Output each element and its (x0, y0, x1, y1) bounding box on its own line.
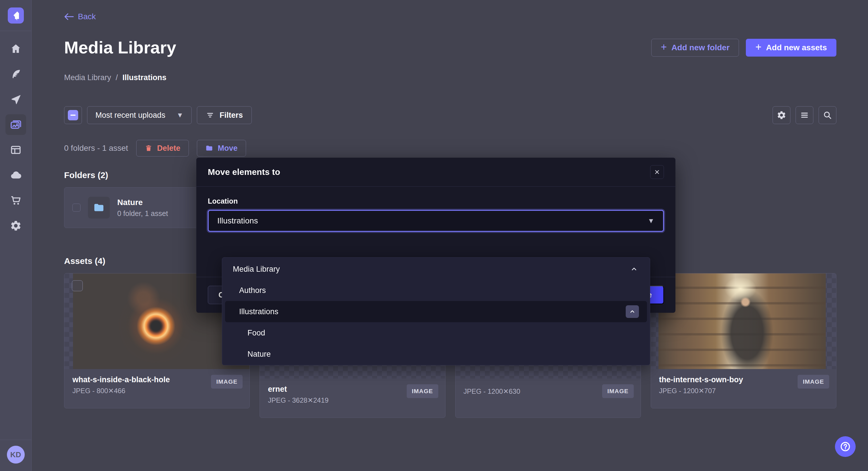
collapse-children-button[interactable] (626, 305, 639, 318)
option-illustrations[interactable]: Illustrations (225, 301, 647, 322)
modal-title: Move elements to (208, 167, 280, 177)
option-authors[interactable]: Authors (222, 280, 650, 301)
modal-body: Location Illustrations ▼ (196, 187, 676, 232)
modal-header: Move elements to (196, 158, 676, 187)
location-dropdown: Media Library Authors Illustrations Food… (222, 257, 650, 365)
close-modal-button[interactable] (650, 165, 664, 179)
close-icon (654, 169, 660, 175)
caret-down-icon: ▼ (648, 217, 654, 225)
option-nature[interactable]: Nature (222, 343, 650, 365)
location-label: Location (208, 197, 664, 205)
chevron-up-icon[interactable] (630, 265, 638, 273)
location-select-value: Illustrations (217, 216, 258, 226)
option-food[interactable]: Food (222, 322, 650, 343)
chevron-up-icon (628, 308, 636, 315)
location-select[interactable]: Illustrations ▼ (208, 210, 664, 232)
option-media-library[interactable]: Media Library (222, 259, 650, 280)
